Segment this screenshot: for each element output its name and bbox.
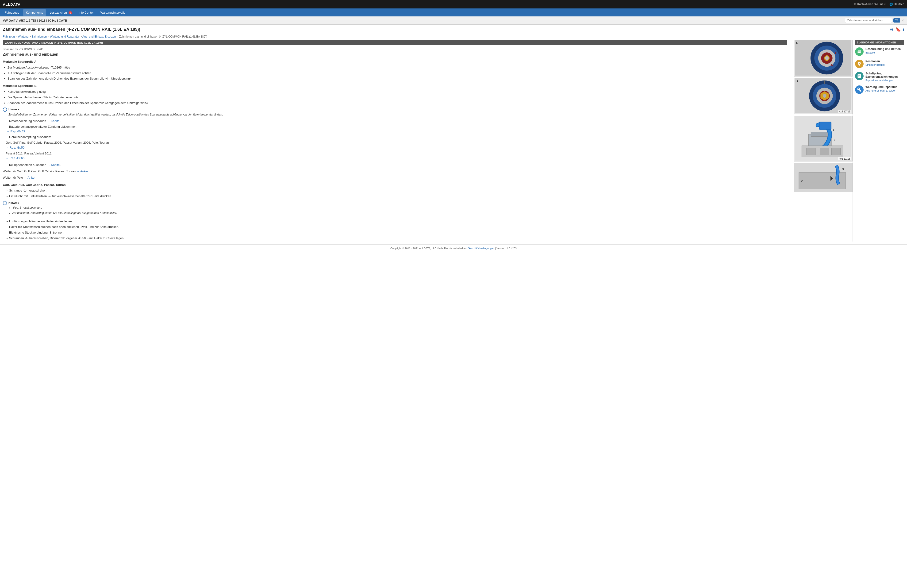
spannrolle-b-svg: [794, 78, 852, 114]
step-schraube: Schraube -1- herausdrehen.: [3, 188, 787, 193]
list-item: Auf richtigen Sitz der Spannrolle im Zah…: [8, 71, 787, 76]
menu-lesezeichen[interactable]: Lesezeichen 0: [47, 10, 75, 16]
link-kapitel-1[interactable]: → Kapitel: [47, 119, 60, 123]
alldata-logo: ALLDATA: [3, 2, 21, 6]
list-item: Spannen des Zahnriemens durch Drehen des…: [8, 76, 787, 81]
step-keilrippen: Keilrippenriemen ausbauen → Kapitel.: [3, 163, 787, 168]
images-sidebar: A: [794, 40, 853, 242]
top-nav-left: ALLDATA: [3, 2, 21, 6]
link-anker-2[interactable]: → Anker: [24, 176, 35, 179]
gerausch-golf: Golf, Golf Plus, Golf Cabrio, Passat 200…: [3, 140, 787, 150]
svg-point-6: [825, 56, 828, 60]
step-motorabdeckung: Motorabdeckung ausbauen → Kapitel.: [3, 119, 787, 124]
section-header: ZAHNRIEMEN AUS- UND EINBAUEN (4-ZYL COMM…: [3, 40, 787, 45]
weiter-golf: Weiter für Golf, Golf Plus, Golf Cabrio,…: [3, 169, 787, 174]
print-icon[interactable]: 🖨: [889, 27, 894, 32]
language-selector[interactable]: 🌐 Deutsch: [889, 3, 904, 6]
menu-info-center[interactable]: Info Center: [76, 10, 96, 16]
content-title: Zahnriemen aus- und einbauen: [3, 52, 787, 56]
list-item: -Pos. 3- nicht beachten.: [12, 206, 117, 210]
merkmale-a-list: Zur Montage Absteckwerkzeug -T10265- nöt…: [8, 65, 787, 81]
footer-version: | Version: 1.0.4203: [495, 247, 517, 250]
link-anker-1[interactable]: → Anker: [77, 170, 88, 173]
link-rep-gr27[interactable]: → Rep.-Gr.27: [6, 130, 26, 133]
info-icon[interactable]: ℹ: [902, 27, 904, 32]
sidebar-item-positionen[interactable]: Positionen Einbauort Bauteil: [855, 59, 904, 68]
merkmale-b-title: Merkmale Spannrolle B: [3, 83, 787, 88]
top-nav: ALLDATA ✉ Kontaktieren Sie uns ▾ 🌐 Deuts…: [0, 0, 907, 8]
step-luftfuehrung: Luftführungsschläuche am Halter -2- frei…: [3, 219, 787, 224]
menu-fahrzeuge[interactable]: Fahrzeuge: [2, 10, 22, 16]
diagram-icon: [855, 72, 864, 80]
step-steckverbindung: Elektrische Steckverbindung -3- trennen.: [3, 230, 787, 235]
lesezeichen-badge: 0: [69, 11, 72, 14]
vehicle-bar: VW Golf VI (5K) 1.6 TDI | 2013 | 90 Hp |…: [0, 16, 907, 25]
sidebar-item-schaltplaene[interactable]: Schaltpläne, Explosionszeichnungen Explo…: [855, 72, 904, 82]
close-icon[interactable]: ✕: [902, 19, 904, 22]
list-item: Spannen des Zahnriemens durch Drehen des…: [8, 101, 787, 106]
breadcrumb: Fahrzeug > Wartung > Zahnriemen > Wartun…: [0, 34, 907, 40]
hinweis-1: i Hinweis Einstellarbeiten am Zahnriemen…: [3, 107, 787, 117]
right-sidebar: ZUGEHÖRIGE INFORMATIONEN Beschreibung un…: [853, 40, 904, 242]
breadcrumb-fahrzeug[interactable]: Fahrzeug: [3, 35, 15, 38]
link-rep-gr50[interactable]: → Rep.-Gr.50: [6, 146, 24, 149]
image-c: A92-10118 1 2 3: [794, 116, 853, 162]
list-item: Kein Absteckwerkzeug nötig.: [8, 90, 787, 95]
car-icon: [855, 47, 864, 56]
spannrolle-a-svg: [794, 40, 852, 75]
gerausch-passat: Passat 2011, Passat Variant 2011 → Rep.-…: [3, 151, 787, 161]
golf-section-title: Golf, Golf Plus, Golf Cabrio, Passat, To…: [3, 183, 787, 187]
image-b-label: B: [795, 79, 798, 83]
hinweis-2: i Hinweis -Pos. 3- nicht beachten. Zur b…: [3, 201, 787, 217]
vehicle-search: 28 ✕: [845, 18, 904, 23]
footer-copyright: Copyright © 2012 - 2021 ALLDATA, LLC ©Al…: [390, 247, 467, 250]
list-item: Die Spannrolle hat keinen Sitz im Zahnri…: [8, 95, 787, 100]
main-container: ZAHNRIEMEN AUS- UND EINBAUEN (4-ZYL COMM…: [0, 40, 907, 242]
contact-us[interactable]: ✉ Kontaktieren Sie uns ▾: [854, 3, 886, 6]
link-kapitel-2[interactable]: → Kapitel: [47, 163, 60, 167]
breadcrumb-wartung[interactable]: Wartung: [18, 35, 29, 38]
image-a-label: A: [795, 41, 798, 45]
bookmark-icon[interactable]: 🔖: [896, 27, 901, 32]
svg-text:2: 2: [801, 179, 803, 183]
licensed-by: Licensed by VOLKSWAGEN AG: [3, 48, 787, 51]
svg-rect-24: [806, 148, 816, 155]
merkmale-b-list: Kein Absteckwerkzeug nötig. Die Spannrol…: [8, 90, 787, 106]
list-item: Zur besseren Darstellung sehen Sie die E…: [12, 211, 117, 215]
list-item: Zur Montage Absteckwerkzeug -T10265- nöt…: [8, 65, 787, 70]
step-batterie: Batterie bei ausgeschalteter Zündung abk…: [3, 124, 787, 134]
content-body: Merkmale Spannrolle A Zur Montage Abstec…: [3, 59, 787, 241]
merkmale-a-title: Merkmale Spannrolle A: [3, 59, 787, 64]
menu-bar: Fahrzeuge Komponente Lesezeichen 0 Info …: [0, 8, 907, 16]
content-area: ZAHNRIEMEN AUS- UND EINBAUEN (4-ZYL COMM…: [3, 40, 791, 242]
step-halter: Halter mit Kraftstoffschläuchen nach obe…: [3, 224, 787, 229]
weiter-polo: Weiter für Polo → Anker: [3, 175, 787, 180]
sidebar-item-beschreibung[interactable]: Beschreibung und Betrieb Bauteile: [855, 47, 904, 56]
breadcrumb-aus-einbau[interactable]: Aus- und Einbau, Ersetzen: [82, 35, 116, 38]
breadcrumb-zahnriemen[interactable]: Zahnriemen: [32, 35, 47, 38]
vehicle-search-input[interactable]: [845, 18, 892, 23]
engine-blue-svg: 1 2 3: [794, 116, 852, 160]
menu-komponente[interactable]: Komponente: [23, 10, 46, 16]
svg-text:1: 1: [833, 128, 834, 131]
page-title-section: Zahnriemen aus- und einbauen (4-ZYL COMM…: [0, 25, 907, 34]
menu-wartungsintervalle[interactable]: Wartungsintervalle: [98, 10, 128, 16]
image-a: A: [794, 40, 853, 77]
link-rep-gr66[interactable]: → Rep.-Gr.66: [6, 156, 24, 160]
page-title-actions: 🖨 🔖 ℹ: [889, 27, 904, 32]
sidebar-item-wartung[interactable]: Wartung und Reparatur Aus- und Einbau, E…: [855, 85, 904, 94]
svg-text:2: 2: [834, 138, 835, 141]
image-d: 2 3: [794, 163, 853, 192]
image-b: B N15-10715: [794, 78, 853, 114]
svg-point-13: [823, 94, 826, 98]
step-einfuellrohr: Einfüllrohr mit Einfüllstutzen -2- für W…: [3, 194, 787, 199]
page-title: Zahnriemen aus- und einbauen (4-ZYL COMM…: [3, 27, 140, 32]
svg-rect-19: [819, 122, 831, 129]
page-count-badge[interactable]: 28: [893, 18, 900, 22]
sidebar-section-header: ZUGEHÖRIGE INFORMATIONEN: [855, 40, 904, 45]
svg-rect-25: [820, 148, 829, 155]
breadcrumb-wartung-reparatur[interactable]: Wartung und Reparatur: [50, 35, 79, 38]
top-nav-right: ✉ Kontaktieren Sie uns ▾ 🌐 Deutsch: [854, 3, 904, 6]
image-b-number: N15-10715: [838, 110, 851, 113]
footer-terms-link[interactable]: Geschäftsbedingungen: [468, 247, 494, 250]
